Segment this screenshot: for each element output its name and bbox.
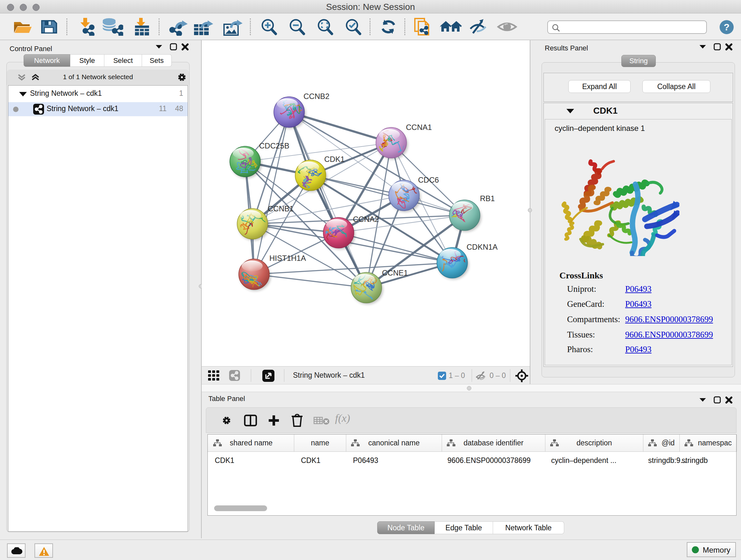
svg-text:CCNB1: CCNB1 (268, 204, 293, 213)
svg-text:CCNB2: CCNB2 (304, 92, 329, 101)
svg-text:RB1: RB1 (480, 194, 495, 203)
svg-text:CCNA1: CCNA1 (406, 123, 432, 132)
svg-text:CDK1: CDK1 (324, 155, 345, 164)
svg-text:CDKN1A: CDKN1A (467, 243, 497, 251)
svg-text:CCNE1: CCNE1 (382, 268, 408, 277)
svg-text:CCNA2: CCNA2 (353, 215, 379, 224)
svg-text:?: ? (724, 22, 730, 32)
svg-text:CDC6: CDC6 (418, 176, 439, 184)
svg-text:HIST1H1A: HIST1H1A (269, 254, 306, 262)
svg-text:CDC25B: CDC25B (259, 141, 289, 150)
